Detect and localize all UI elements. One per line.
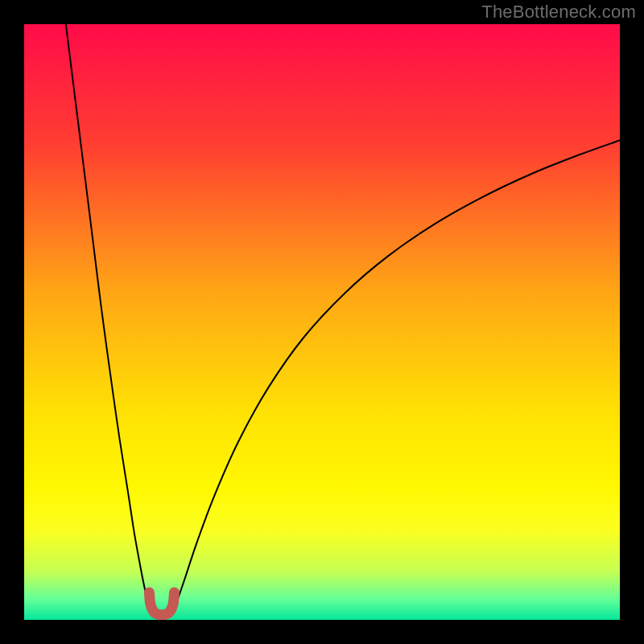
chart-frame: TheBottleneck.com [0, 0, 644, 644]
plot-area [24, 24, 620, 620]
bottleneck-chart [24, 24, 620, 620]
watermark-text: TheBottleneck.com [481, 2, 636, 23]
gradient-background [24, 24, 620, 620]
